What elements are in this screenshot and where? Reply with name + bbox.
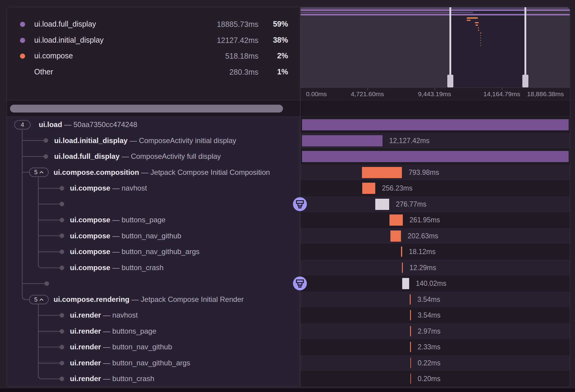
span-duration-bar[interactable]: [375, 199, 389, 210]
span-row-label: ui.render — buttons_page: [70, 323, 156, 339]
span-bar-cell[interactable]: 2.97ms: [301, 323, 570, 339]
horizontal-scrollbar-thumb[interactable]: [10, 105, 283, 113]
span-separator: —: [110, 263, 121, 272]
span-duration-bar[interactable]: [410, 326, 411, 336]
span-count-badge[interactable]: 4: [14, 120, 31, 129]
span-duration-bar[interactable]: [410, 358, 411, 368]
span-duration-label: 140.02ms: [416, 276, 446, 291]
span-row-label: ui.load — 50aa7350cc474248: [39, 117, 137, 132]
axis-tick-label: 18,886.38ms: [527, 90, 564, 98]
span-row-label: ui.render — button_nav_github_args: [70, 355, 190, 371]
span-duration-bar[interactable]: [362, 167, 402, 178]
minimap-span-dash: [480, 40, 481, 41]
span-bar-cell[interactable]: 3.54ms: [301, 292, 570, 308]
span-bar-cell[interactable]: 0.22ms: [301, 355, 570, 371]
legend-item: Other280.3ms1%: [7, 67, 300, 77]
span-description: button_nav_github_args: [112, 359, 190, 367]
tree-connector-line: [38, 251, 61, 252]
span-bar-cell[interactable]: 3.54ms: [301, 307, 570, 323]
span-op: ui.compose: [70, 263, 110, 272]
profile-icon[interactable]: [293, 276, 307, 290]
span-count-badge[interactable]: 5: [29, 168, 49, 177]
span-description: navhost: [122, 184, 147, 192]
span-bar-cell[interactable]: 140.02ms: [301, 276, 570, 292]
span-duration-label: 12,127.42ms: [389, 133, 429, 149]
span-separator: —: [128, 136, 139, 145]
span-duration-label: 2.33ms: [418, 339, 440, 355]
span-duration-bar[interactable]: [410, 294, 411, 305]
span-op: ui.render: [70, 327, 101, 335]
trace-view-app: ui.load.full_display18885.73ms59%ui.load…: [0, 0, 575, 392]
span-bar-cell[interactable]: 12.29ms: [301, 260, 570, 276]
span-legend: ui.load.full_display18885.73ms59%ui.load…: [7, 7, 300, 100]
span-row-label: ui.compose.rendering — Jetpack Compose I…: [54, 292, 244, 307]
span-duration-bar[interactable]: [390, 230, 401, 242]
minimap-span-dash: [467, 17, 478, 19]
span-op: ui.compose: [70, 232, 110, 240]
span-duration-bar[interactable]: [302, 151, 569, 162]
axis-tick-label: 14,164.79ms: [483, 90, 520, 98]
span-count-badge[interactable]: 5: [29, 295, 49, 304]
span-description: button_nav_github: [112, 343, 172, 351]
tree-connector-line: [23, 172, 29, 173]
minimap-dim-overlay: [301, 7, 450, 87]
span-duration-label: 261.95ms: [409, 212, 440, 228]
minimap-span-line: [301, 9, 570, 11]
trace-minimap[interactable]: [301, 7, 570, 87]
span-separator: —: [101, 327, 112, 335]
span-duration-bar[interactable]: [402, 263, 403, 273]
tree-node-dot: [44, 281, 49, 286]
tree-node-dot: [60, 186, 64, 191]
minimap-span-dash: [467, 20, 471, 21]
span-row-label: ui.compose — button_nav_github: [70, 228, 181, 244]
span-duration-label: 12.29ms: [409, 260, 436, 276]
span-duration-label: 793.98ms: [409, 165, 439, 180]
span-row-label: ui.load.initial_display — ComposeActivit…: [54, 133, 236, 149]
span-duration-bar[interactable]: [302, 119, 569, 130]
tree-node-dot: [60, 234, 64, 238]
legend-item-duration: 518.18ms: [225, 52, 258, 60]
tree-node-dot: [60, 329, 64, 334]
span-bar-cell[interactable]: 0.20ms: [301, 371, 570, 387]
span-bar-cell[interactable]: [301, 149, 570, 165]
span-bar-cell[interactable]: [301, 117, 570, 133]
span-separator: —: [110, 232, 121, 240]
span-bar-cell[interactable]: 276.77ms: [301, 196, 570, 212]
tree-connector-line: [38, 188, 61, 189]
span-bar-cell[interactable]: 202.63ms: [301, 228, 570, 244]
span-op: ui.render: [70, 311, 101, 319]
axis-tick: [502, 88, 502, 90]
legend-color-dot: [20, 54, 25, 59]
tree-connector-line: [23, 283, 45, 284]
legend-item: ui.load.initial_display12127.42ms38%: [7, 35, 300, 46]
span-bar-cell[interactable]: 12,127.42ms: [301, 133, 570, 149]
tree-connector-elbow: [38, 375, 62, 380]
horizontal-scrollbar-track[interactable]: [7, 100, 570, 117]
span-bar-cell[interactable]: 2.33ms: [301, 339, 570, 355]
span-bar-cell[interactable]: 261.95ms: [301, 212, 570, 228]
span-bar-cell[interactable]: 256.23ms: [301, 180, 570, 196]
span-duration-bar[interactable]: [362, 183, 375, 194]
minimap-scrubber-grip[interactable]: [447, 75, 453, 87]
legend-item-label: ui.compose: [34, 51, 73, 60]
span-duration-bar[interactable]: [410, 374, 411, 384]
span-duration-bar[interactable]: [389, 214, 403, 226]
span-duration-bar[interactable]: [401, 247, 402, 257]
span-bar-cell[interactable]: 793.98ms: [301, 165, 570, 181]
span-description: ComposeActivity initial display: [139, 136, 236, 145]
span-op: ui.render: [70, 343, 101, 351]
span-duration-bar[interactable]: [402, 278, 409, 289]
minimap-scrubber-grip[interactable]: [522, 75, 528, 87]
legend-item-label: ui.load.full_display: [34, 20, 96, 28]
tree-connector-line: [38, 235, 61, 236]
tree-node-dot: [60, 218, 64, 222]
span-duration-bar[interactable]: [302, 135, 383, 146]
span-op: ui.load.initial_display: [54, 136, 128, 145]
span-bar-cell[interactable]: 18.12ms: [301, 244, 570, 260]
span-description: buttons_page: [112, 327, 156, 335]
axis-tick-label: 9,443.19ms: [418, 90, 451, 98]
span-duration-bar[interactable]: [410, 310, 411, 320]
span-duration-bar[interactable]: [410, 342, 411, 352]
profile-icon[interactable]: [293, 197, 307, 211]
tree-connector-line: [38, 347, 61, 348]
